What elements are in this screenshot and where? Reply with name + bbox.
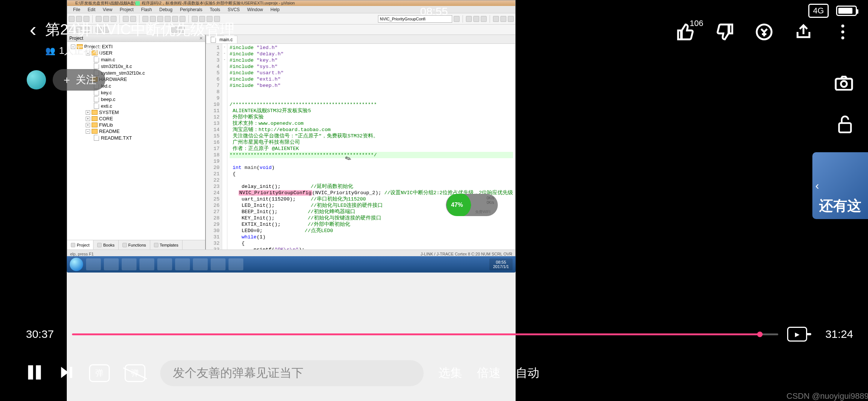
current-time: 30:37	[26, 328, 63, 340]
battery-icon	[836, 6, 857, 16]
proj-tab-functions[interactable]: Functions	[119, 240, 150, 250]
taskbar-item[interactable]	[122, 258, 137, 270]
menu-view[interactable]: View	[99, 7, 116, 12]
menu-file[interactable]: File	[69, 7, 84, 12]
menu-svcs[interactable]: SVCS	[224, 7, 244, 12]
status-right: J-LINK / J-TRACE Cortex 8 C:20 NUM SCRL …	[421, 252, 512, 256]
danmu-off-button[interactable]: 弹	[125, 364, 145, 382]
tools-icon[interactable]	[508, 16, 514, 22]
taskbar-item[interactable]	[86, 258, 101, 270]
pause-button[interactable]	[26, 363, 43, 383]
watching-count: 1人正在看	[45, 44, 235, 57]
config-icon[interactable]	[500, 16, 506, 22]
danmu-on-button[interactable]: 弹	[89, 364, 110, 382]
taskbar-item[interactable]	[104, 258, 119, 270]
proj-tab-project[interactable]: Project	[67, 240, 93, 250]
tree-group-readme[interactable]: −README	[67, 128, 205, 134]
taskbar-item[interactable]	[228, 258, 243, 270]
chevron-left-icon: ‹	[815, 179, 819, 192]
menu-help[interactable]: Help	[267, 7, 283, 12]
taskbar-item[interactable]	[157, 258, 172, 270]
total-time: 31:24	[816, 328, 853, 340]
svg-rect-4	[28, 365, 33, 379]
watermark: CSDN @nuoyigui9889	[786, 391, 868, 401]
signal-icon: 4G	[808, 4, 829, 18]
taskbar-item[interactable]	[211, 258, 226, 270]
menu-flash[interactable]: Flash	[137, 7, 155, 12]
svg-rect-5	[36, 365, 41, 379]
ide-menu-bar[interactable]: FileEditViewProjectFlashDebugPeripherals…	[67, 6, 515, 13]
next-button[interactable]	[58, 365, 74, 381]
menu-project[interactable]: Project	[116, 7, 137, 12]
line-gutter: 1234567891011121314151617181920212223242…	[206, 44, 222, 250]
project-panel: Project ✕ −Project: EXTI−USERmain.cstm32…	[67, 35, 206, 250]
like-button[interactable]: 106	[675, 22, 696, 42]
clock: 08:55	[420, 5, 448, 18]
taskbar-item[interactable]	[175, 258, 190, 270]
video-title: 第24讲 NVIC中断优先级管理	[45, 19, 235, 40]
auto-button[interactable]: 自动	[516, 365, 539, 381]
danmu-input[interactable]: 发个友善的弹幕见证当下	[160, 360, 424, 386]
device-status: 4G	[808, 4, 857, 18]
fold-gutter[interactable]: ---	[222, 44, 227, 250]
taskbar-item[interactable]	[139, 258, 154, 270]
recommend-text: 还有这	[819, 196, 861, 215]
follow-button[interactable]: ＋ 关注	[53, 69, 105, 91]
svg-point-2	[841, 81, 847, 87]
tree-file[interactable]: beep.c	[67, 96, 205, 102]
svg-rect-3	[839, 123, 851, 132]
lock-button[interactable]	[837, 115, 853, 135]
code-area: main.c 123456789101112131415161718192021…	[206, 35, 515, 250]
find-icon[interactable]	[454, 16, 460, 22]
menu-window[interactable]: Window	[243, 7, 267, 12]
breakpoint-icon[interactable]	[473, 16, 479, 22]
code-text[interactable]: #include "led.h"#include "delay.h"#inclu…	[227, 44, 515, 250]
wifi-speed: 0K/s0K/s	[487, 196, 494, 205]
more-button[interactable]	[832, 22, 853, 42]
tree-file[interactable]: exti.c	[67, 102, 205, 109]
tree-group-core[interactable]: +CORE	[67, 115, 205, 122]
analyze-icon[interactable]	[481, 16, 487, 22]
menu-edit[interactable]: Edit	[84, 7, 99, 12]
tree-group-fwlib[interactable]: +FWLib	[67, 122, 205, 128]
like-count: 106	[690, 19, 703, 28]
menu-debug[interactable]: Debug	[156, 7, 176, 12]
screenshot-button[interactable]	[835, 76, 853, 92]
coin-button[interactable]	[754, 22, 775, 42]
status-left: elp, press F1	[70, 252, 94, 256]
code-editor[interactable]: 1234567891011121314151617181920212223242…	[206, 44, 515, 250]
danmu-tv-icon[interactable]: ▶	[787, 327, 807, 342]
menu-tools[interactable]: Tools	[206, 7, 224, 12]
recommend-card[interactable]: ‹ 还有这	[812, 152, 868, 219]
editor-tabs[interactable]: main.c	[206, 35, 515, 44]
tree-file[interactable]: README.TXT	[67, 134, 205, 141]
start-button[interactable]	[70, 258, 83, 271]
project-tabs[interactable]: ProjectBooksFunctionsTemplates	[67, 240, 205, 250]
proj-tab-books[interactable]: Books	[93, 240, 119, 250]
avatar[interactable]	[27, 70, 46, 89]
taskbar-item[interactable]	[193, 258, 208, 270]
progress-bar[interactable]	[72, 333, 778, 335]
episode-button[interactable]: 选集	[438, 365, 462, 381]
tree-file[interactable]: stm32f10x_it.c	[67, 63, 205, 69]
dislike-button[interactable]	[714, 22, 735, 42]
proj-tab-templates[interactable]: Templates	[150, 240, 183, 250]
window-icon[interactable]	[493, 16, 499, 22]
follow-label: 关注	[76, 73, 96, 87]
menu-peripherals[interactable]: Peripherals	[176, 7, 206, 12]
ide-title-bar: E:\开发板光盘资料\战舰\战舰A盘\4，程序源码\2，标准例程-库函数版本\实…	[67, 0, 515, 6]
wifi-label: 免费WIFI	[475, 209, 490, 215]
windows-taskbar[interactable]: 08:552017/1/1	[67, 256, 516, 273]
back-button[interactable]: ‹	[30, 19, 36, 39]
wifi-widget[interactable]: 47% 0K/s0K/s 免费WIFI	[446, 194, 498, 216]
taskbar-clock[interactable]: 08:552017/1/1	[489, 258, 513, 270]
speed-button[interactable]: 倍速	[477, 365, 501, 381]
tree-group-system[interactable]: +SYSTEM	[67, 109, 205, 115]
debug-icon[interactable]	[466, 16, 472, 22]
wifi-percent: 47%	[451, 202, 463, 208]
plus-icon: ＋	[62, 73, 72, 87]
share-button[interactable]	[793, 22, 814, 42]
danmu-placeholder: 发个友善的弹幕见证当下	[173, 365, 303, 381]
